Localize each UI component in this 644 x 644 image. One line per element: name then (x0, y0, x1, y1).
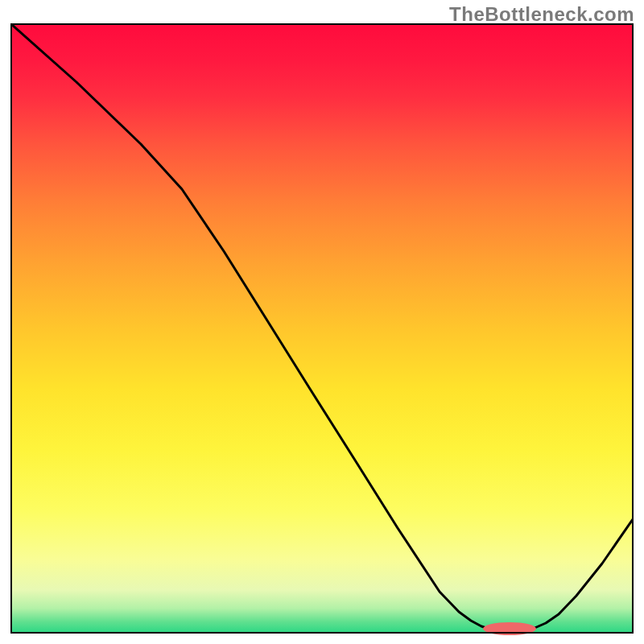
chart-svg (0, 0, 644, 644)
chart-background (11, 24, 633, 633)
chart-stage: TheBottleneck.com (0, 0, 644, 644)
watermark-text: TheBottleneck.com (449, 3, 634, 26)
